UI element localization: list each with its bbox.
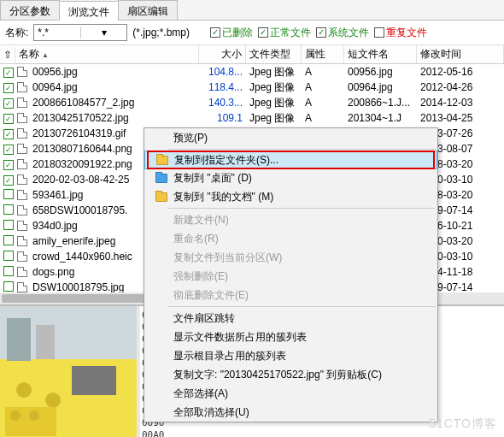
table-row[interactable]: ✓00956.jpg104.8...Jpeg 图像A00956.jpg2012-… <box>0 64 504 80</box>
hdr-mod[interactable]: 修改时间 <box>417 45 504 63</box>
menu-perm-delete: 彻底删除文件(E) <box>144 286 437 304</box>
menu-new-file: 新建文件(N) <box>144 210 437 229</box>
folder-icon <box>156 156 168 165</box>
file-icon <box>17 113 27 123</box>
name-combo[interactable]: *.* ▾ <box>33 24 127 41</box>
menu-rename: 重命名(R) <box>144 229 437 248</box>
file-icon <box>17 97 27 108</box>
file-icon <box>17 159 27 169</box>
table-row[interactable]: ✓00964.jpg118.4...Jpeg 图像A00964.jpg2012-… <box>0 80 504 95</box>
chk-normal[interactable]: ✓正常文件 <box>258 26 311 40</box>
thumbnail-image <box>0 306 137 437</box>
hdr-size[interactable]: 大小 <box>199 45 246 63</box>
menu-copy-text[interactable]: 复制文字: "20130425170522.jpg" 到剪贴板(C) <box>144 365 437 384</box>
table-row[interactable]: ✓2008661084577_2.jpg140.3...Jpeg 图像A2008… <box>0 95 504 110</box>
menu-copy-to-folder[interactable]: 复制到指定文件夹(S)... <box>144 151 437 169</box>
hdr-sfn[interactable]: 短文件名 <box>344 45 417 63</box>
hdr-name[interactable]: 名称 <box>15 45 199 63</box>
preview-pane <box>0 306 137 437</box>
tab-browse[interactable]: 浏览文件 <box>59 1 119 21</box>
svg-point-4 <box>16 382 32 398</box>
chk-dup[interactable]: ✓重复文件 <box>374 26 427 40</box>
hdr-attr[interactable]: 属性 <box>302 45 344 63</box>
svg-point-8 <box>10 410 21 421</box>
file-icon <box>17 236 27 246</box>
svg-rect-10 <box>72 366 116 395</box>
menu-select-all[interactable]: 全部选择(A) <box>144 384 437 403</box>
file-icon <box>17 144 27 154</box>
tab-bar: 分区参数 浏览文件 扇区编辑 <box>0 0 504 21</box>
menu-show-rootdir[interactable]: 显示根目录占用的簇列表 <box>144 346 437 365</box>
menu-copy-to-docs[interactable]: 复制到 "我的文档" (M) <box>144 187 437 206</box>
file-icon <box>17 128 27 139</box>
file-icon <box>17 174 27 185</box>
file-icon <box>17 282 27 292</box>
menu-deselect-all[interactable]: 全部取消选择(U) <box>144 403 437 422</box>
file-icon <box>17 205 27 216</box>
menu-copy-to-partition: 复制文件到当前分区(W) <box>144 248 437 267</box>
documents-icon <box>155 192 167 202</box>
tab-partition[interactable]: 分区参数 <box>0 0 60 20</box>
menu-preview[interactable]: 预览(P) <box>144 128 437 147</box>
menu-copy-to-desktop[interactable]: 复制到 "桌面" (D) <box>144 168 437 187</box>
file-icon <box>17 221 27 231</box>
svg-rect-2 <box>7 318 31 361</box>
ext-hint: (*.jpg;*.bmp) <box>132 27 190 38</box>
file-icon <box>17 82 27 92</box>
name-value: *.* <box>34 27 80 38</box>
hdr-type[interactable]: 文件类型 <box>246 45 302 63</box>
file-icon <box>17 67 27 77</box>
chevron-down-icon[interactable]: ▾ <box>80 27 127 38</box>
file-icon <box>17 267 27 277</box>
table-row[interactable]: ✓20130425170522.jpg109.1Jpeg 图像A201304~1… <box>0 110 504 126</box>
tab-sector[interactable]: 扇区编辑 <box>118 0 178 20</box>
watermark: 51CTO博客 <box>429 416 497 432</box>
context-menu: 预览(P) 复制到指定文件夹(S)... 复制到 "桌面" (D) 复制到 "我… <box>144 127 438 422</box>
chk-deleted[interactable]: ✓已删除 <box>210 26 253 40</box>
file-icon <box>17 251 27 262</box>
name-label: 名称: <box>5 26 28 40</box>
filter-row: 名称: *.* ▾ (*.jpg;*.bmp) ✓已删除 ✓正常文件 ✓系统文件… <box>0 21 504 45</box>
svg-rect-3 <box>36 325 55 359</box>
menu-sector-jump[interactable]: 文件扇区跳转 <box>144 309 437 328</box>
menu-show-clusters[interactable]: 显示文件数据所占用的簇列表 <box>144 328 437 346</box>
svg-point-5 <box>45 393 61 408</box>
hdr-arrow[interactable]: ⇧ <box>0 47 15 62</box>
file-icon <box>17 190 27 200</box>
svg-point-9 <box>29 410 39 421</box>
menu-force-delete: 强制删除(E) <box>144 267 437 286</box>
chk-system[interactable]: ✓系统文件 <box>316 26 369 40</box>
desktop-icon <box>155 174 167 183</box>
grid-header: ⇧ 名称 大小 文件类型 属性 短文件名 修改时间 <box>0 45 504 64</box>
